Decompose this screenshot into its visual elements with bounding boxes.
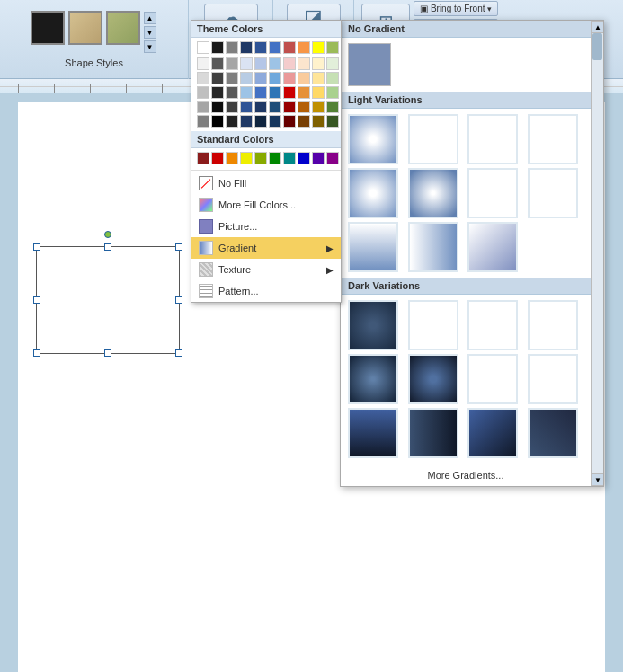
light-grad-1[interactable] bbox=[348, 114, 398, 164]
dark-grad-4[interactable] bbox=[528, 300, 578, 350]
tc-shade-y1[interactable] bbox=[312, 57, 325, 70]
tc-s4-5[interactable] bbox=[254, 86, 267, 99]
tc-s4-9[interactable] bbox=[312, 86, 325, 99]
dark-grad-9[interactable] bbox=[348, 408, 398, 458]
light-grad-7[interactable] bbox=[467, 168, 518, 218]
tc-shade-b1[interactable] bbox=[211, 57, 224, 70]
light-grad-8[interactable] bbox=[528, 168, 578, 218]
tc-s5-3[interactable] bbox=[226, 101, 238, 113]
scroll-up-btn[interactable]: ▲ bbox=[144, 12, 156, 24]
tc-s4-8[interactable] bbox=[298, 86, 310, 99]
texture-item[interactable]: Texture ▶ bbox=[191, 259, 341, 280]
shape-swatch-black[interactable] bbox=[31, 11, 65, 45]
scroll-up-btn[interactable]: ▲ bbox=[592, 21, 604, 33]
tc-green[interactable] bbox=[326, 41, 339, 54]
tc-s5-9[interactable] bbox=[312, 101, 325, 113]
tc-s6-6[interactable] bbox=[269, 115, 281, 128]
dark-grad-10[interactable] bbox=[408, 408, 458, 458]
dark-grad-12[interactable] bbox=[528, 408, 578, 458]
dark-grad-6[interactable] bbox=[408, 354, 458, 404]
gradient-item[interactable]: Gradient ▶ bbox=[191, 237, 341, 259]
tc-s4-1[interactable] bbox=[197, 86, 209, 99]
scroll-down-btn[interactable]: ▼ bbox=[592, 473, 604, 486]
tc-s6-3[interactable] bbox=[226, 115, 238, 128]
tc-s4-10[interactable] bbox=[326, 86, 339, 99]
scroll-down-btn[interactable]: ▼ bbox=[144, 26, 156, 39]
tc-shade-bl1[interactable] bbox=[269, 57, 281, 70]
std-color-6[interactable] bbox=[269, 152, 281, 164]
tc-s3-7[interactable] bbox=[283, 72, 296, 84]
std-color-1[interactable] bbox=[197, 152, 209, 164]
tc-s4-4[interactable] bbox=[240, 86, 253, 99]
dark-grad-3[interactable] bbox=[467, 300, 518, 350]
tc-shade-w1[interactable] bbox=[197, 57, 209, 70]
light-grad-2[interactable] bbox=[408, 114, 458, 164]
dark-grad-5[interactable] bbox=[348, 354, 398, 404]
no-fill-item[interactable]: No Fill bbox=[191, 172, 341, 194]
tc-s6-1[interactable] bbox=[197, 115, 209, 128]
bring-to-front-btn[interactable]: ▣ Bring to Front ▾ bbox=[414, 1, 499, 16]
no-gradient-swatch[interactable] bbox=[348, 43, 391, 86]
dark-grad-7[interactable] bbox=[467, 354, 518, 404]
tc-s5-1[interactable] bbox=[197, 101, 209, 113]
std-color-9[interactable] bbox=[312, 152, 325, 164]
std-color-5[interactable] bbox=[254, 152, 267, 164]
dark-grad-1[interactable] bbox=[348, 300, 398, 350]
dark-grad-8[interactable] bbox=[528, 354, 578, 404]
light-grad-6[interactable] bbox=[408, 168, 458, 218]
tc-black[interactable] bbox=[211, 41, 224, 54]
handle-rm[interactable] bbox=[175, 296, 182, 304]
tc-blue-light[interactable] bbox=[269, 41, 281, 54]
tc-s5-7[interactable] bbox=[283, 101, 296, 113]
light-grad-5[interactable] bbox=[348, 168, 398, 218]
std-color-7[interactable] bbox=[283, 152, 296, 164]
tc-blue-dark[interactable] bbox=[240, 41, 253, 54]
tc-s4-2[interactable] bbox=[211, 86, 224, 99]
tc-s3-3[interactable] bbox=[226, 72, 238, 84]
tc-yellow[interactable] bbox=[312, 41, 325, 54]
tc-s3-10[interactable] bbox=[326, 72, 339, 84]
tc-s5-5[interactable] bbox=[254, 101, 267, 113]
tc-shade-bd1[interactable] bbox=[240, 57, 253, 70]
tc-shade-bm1[interactable] bbox=[254, 57, 267, 70]
std-color-2[interactable] bbox=[211, 152, 224, 164]
more-gradients-btn[interactable]: More Gradients... bbox=[341, 464, 591, 486]
tc-s3-5[interactable] bbox=[254, 72, 267, 84]
handle-tm[interactable] bbox=[104, 243, 111, 251]
scroll-expand-btn[interactable]: ▼ bbox=[144, 40, 156, 53]
std-color-4[interactable] bbox=[240, 152, 253, 164]
tc-s4-6[interactable] bbox=[269, 86, 281, 99]
tc-s4-7[interactable] bbox=[283, 86, 296, 99]
handle-lm[interactable] bbox=[33, 296, 40, 304]
tc-red-dark[interactable] bbox=[283, 41, 296, 54]
dark-grad-11[interactable] bbox=[467, 408, 518, 458]
shape-swatch-tan[interactable] bbox=[68, 11, 102, 45]
tc-shade-gr1[interactable] bbox=[326, 57, 339, 70]
light-grad-9[interactable] bbox=[348, 222, 398, 272]
std-color-8[interactable] bbox=[298, 152, 310, 164]
tc-s5-8[interactable] bbox=[298, 101, 310, 113]
tc-s6-2[interactable] bbox=[211, 115, 224, 128]
picture-item[interactable]: Picture... bbox=[191, 216, 341, 237]
handle-bl[interactable] bbox=[33, 349, 40, 357]
tc-s6-10[interactable] bbox=[326, 115, 339, 128]
tc-s3-2[interactable] bbox=[211, 72, 224, 84]
shape-swatch-green[interactable] bbox=[106, 11, 140, 45]
handle-tr[interactable] bbox=[175, 243, 182, 251]
handle-br[interactable] bbox=[175, 349, 182, 357]
tc-blue-mid[interactable] bbox=[254, 41, 267, 54]
light-grad-4[interactable] bbox=[528, 114, 578, 164]
tc-s6-7[interactable] bbox=[283, 115, 296, 128]
tc-shade-rd1[interactable] bbox=[283, 57, 296, 70]
std-color-3[interactable] bbox=[226, 152, 238, 164]
more-fill-colors-item[interactable]: More Fill Colors... bbox=[191, 194, 341, 216]
tc-s5-10[interactable] bbox=[326, 101, 339, 113]
tc-gray[interactable] bbox=[226, 41, 238, 54]
selected-shape[interactable] bbox=[36, 246, 180, 354]
tc-s6-9[interactable] bbox=[312, 115, 325, 128]
tc-s3-8[interactable] bbox=[298, 72, 310, 84]
tc-gold[interactable] bbox=[298, 41, 310, 54]
scroll-thumb[interactable] bbox=[592, 33, 602, 60]
tc-s5-4[interactable] bbox=[240, 101, 253, 113]
tc-s3-4[interactable] bbox=[240, 72, 253, 84]
